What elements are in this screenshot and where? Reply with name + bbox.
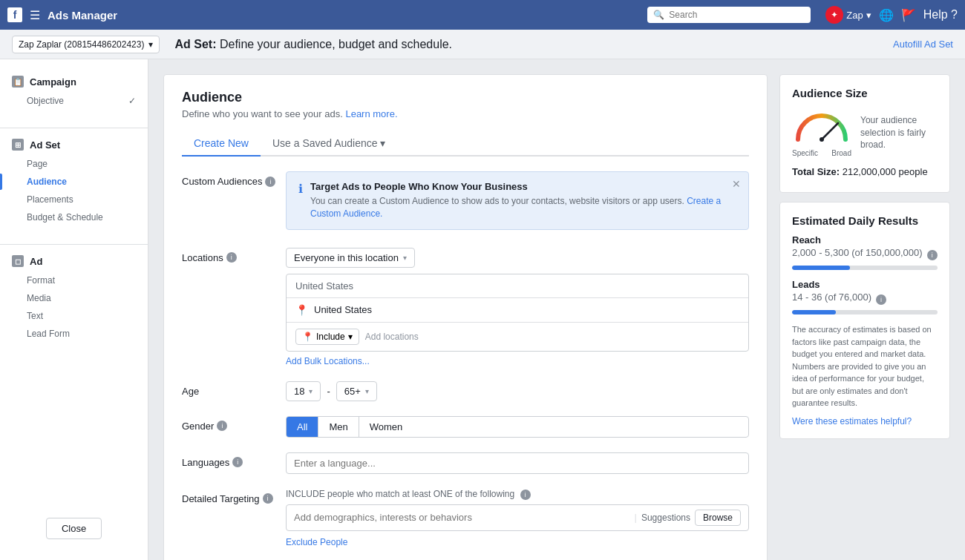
sidebar-item-budget[interactable]: Budget & Schedule — [0, 208, 148, 226]
age-min-chevron-icon: ▾ — [309, 387, 313, 395]
total-size: Total Size: 212,000,000 people — [792, 166, 938, 177]
detailed-targeting-row: Detailed Targeting i INCLUDE people who … — [182, 489, 749, 547]
adset-label: Ad Set — [30, 139, 60, 151]
close-button[interactable]: Close — [46, 518, 102, 539]
gender-info-icon[interactable]: i — [217, 421, 227, 431]
custom-audiences-row: Custom Audiences i ℹ Target Ads to Peopl… — [182, 171, 749, 233]
age-dash: - — [327, 386, 330, 397]
custom-audiences-field: ℹ Target Ads to People Who Know Your Bus… — [286, 171, 749, 233]
sidebar-adset-header: ⊞ Ad Set — [0, 134, 148, 155]
gender-men-button[interactable]: Men — [318, 417, 359, 437]
adset-icon: ⊞ — [12, 139, 24, 151]
campaign-icon: 📋 — [12, 76, 24, 88]
location-pin-icon: 📍 — [295, 304, 308, 316]
campaign-label: Campaign — [30, 76, 76, 88]
gauge-wrapper: Specific Broad — [792, 108, 851, 157]
total-label: Total Size: — [792, 166, 840, 177]
sidebar-item-objective[interactable]: Objective ✓ — [0, 92, 148, 110]
audience-card: Audience Define who you want to see your… — [163, 74, 768, 560]
include-button[interactable]: 📍 Include ▾ — [295, 329, 359, 345]
gender-group: All Men Women — [286, 416, 749, 438]
reach-bar-container — [792, 266, 938, 270]
languages-field — [286, 452, 749, 474]
facebook-logo[interactable]: f — [7, 7, 22, 22]
sidebar-item-audience[interactable]: Audience — [0, 173, 148, 191]
browse-button[interactable]: Browse — [695, 510, 741, 526]
languages-info-icon[interactable]: i — [232, 457, 243, 467]
add-bulk-locations-link[interactable]: Add Bulk Locations... — [286, 356, 749, 366]
info-box-content: Target Ads to People Who Know Your Busin… — [310, 181, 736, 220]
gender-row: Gender i All Men Women — [182, 416, 749, 438]
tab-saved-audience[interactable]: Use a Saved Audience ▾ — [261, 131, 398, 157]
exclude-people-link[interactable]: Exclude People — [286, 537, 749, 547]
sidebar-item-text[interactable]: Text — [0, 307, 148, 325]
info-box-text: You can create a Custom Audience to show… — [310, 195, 736, 220]
sidebar-item-media[interactable]: Media — [0, 289, 148, 307]
flag-icon[interactable]: 🚩 — [901, 8, 916, 22]
leads-bar — [792, 310, 836, 314]
hamburger-icon[interactable]: ☰ — [30, 8, 40, 22]
languages-input[interactable] — [286, 452, 749, 474]
audience-size-card: Audience Size — [779, 74, 950, 193]
detailed-targeting-field: INCLUDE people who match at least ONE of… — [286, 489, 749, 547]
audience-tabs: Create New Use a Saved Audience ▾ — [182, 131, 749, 157]
nav-right: ✦ Zap ▾ 🌐 🚩 Help ? — [825, 6, 958, 24]
tab-create-new[interactable]: Create New — [182, 131, 261, 157]
detailed-targeting-info-icon[interactable]: i — [263, 493, 273, 504]
info-box-close-icon[interactable]: ✕ — [732, 178, 741, 190]
svg-line-0 — [822, 123, 838, 139]
age-min-dropdown[interactable]: 18 ▾ — [286, 381, 321, 401]
estimated-results-card: Estimated Daily Results Reach 2,000 - 5,… — [779, 202, 950, 439]
gender-women-button[interactable]: Women — [359, 417, 413, 437]
page-heading-prefix: Ad Set: — [174, 38, 216, 50]
location-name: United States — [314, 304, 372, 315]
autofill-button[interactable]: Autofill Ad Set — [893, 39, 953, 50]
suggestions-link[interactable]: Suggestions — [641, 513, 690, 523]
content-area: Audience Define who you want to see your… — [148, 59, 965, 560]
globe-icon[interactable]: 🌐 — [879, 8, 894, 22]
sidebar-divider-1 — [0, 128, 148, 128]
gauge-description: Your audience selection is fairly broad. — [860, 114, 938, 151]
sidebar-section-adset: ⊞ Ad Set Page Audience Placements Budget… — [0, 134, 148, 226]
search-input[interactable] — [669, 10, 805, 20]
zap-account-btn[interactable]: ✦ Zap ▾ — [825, 6, 871, 24]
reach-value: 2,000 - 5,300 (of 150,000,000) — [792, 247, 923, 258]
zap-label: Zap — [846, 10, 863, 21]
reach-label: Reach — [792, 234, 938, 246]
age-field: 18 ▾ - 65+ ▾ — [286, 381, 749, 401]
sidebar-item-lead-form[interactable]: Lead Form — [0, 325, 148, 343]
languages-label: Languages i — [182, 452, 286, 468]
locations-field: Everyone in this location ▾ United State… — [286, 248, 749, 366]
account-label: Zap Zaplar (208154486202423) — [19, 39, 144, 50]
sidebar-item-format[interactable]: Format — [0, 271, 148, 289]
page-heading: Ad Set: Define your audience, budget and… — [174, 38, 893, 51]
leads-info-icon[interactable]: i — [876, 294, 886, 305]
learn-more-link[interactable]: Learn more. — [345, 108, 397, 119]
account-dropdown[interactable]: Zap Zaplar (208154486202423) ▾ — [12, 36, 160, 53]
targeting-include-text: INCLUDE people who match at least ONE of… — [286, 489, 749, 500]
help-icon[interactable]: Help ? — [923, 8, 958, 22]
sidebar: 📋 Campaign Objective ✓ ⊞ Ad Set Page Aud… — [0, 59, 148, 560]
ad-label: Ad — [30, 256, 42, 267]
targeting-input[interactable] — [294, 512, 630, 523]
sidebar-item-page[interactable]: Page — [0, 155, 148, 173]
locations-info-icon[interactable]: i — [226, 252, 237, 263]
custom-audiences-info-icon[interactable]: i — [265, 177, 275, 187]
helpful-link[interactable]: Were these estimates helpful? — [792, 416, 912, 426]
custom-audiences-label: Custom Audiences i — [182, 171, 286, 187]
sidebar-section-campaign: 📋 Campaign Objective ✓ — [0, 71, 148, 110]
location-actions: 📍 Include ▾ Add locations — [287, 322, 748, 351]
sidebar-item-placements[interactable]: Placements — [0, 191, 148, 208]
section-subtitle: Define who you want to see your ads. Lea… — [182, 108, 749, 119]
reach-info-icon[interactable]: i — [927, 250, 938, 260]
audience-size-title: Audience Size — [792, 87, 938, 99]
targeting-info-icon[interactable]: i — [520, 490, 531, 500]
age-max-dropdown[interactable]: 65+ ▾ — [336, 381, 377, 401]
location-dropdown-chevron-icon: ▾ — [403, 254, 407, 262]
zap-chevron-icon: ▾ — [866, 10, 871, 21]
age-selectors: 18 ▾ - 65+ ▾ — [286, 381, 749, 401]
add-locations-text[interactable]: Add locations — [365, 332, 419, 342]
account-chevron-icon: ▾ — [148, 39, 153, 50]
location-type-dropdown[interactable]: Everyone in this location ▾ — [286, 248, 415, 268]
gender-all-button[interactable]: All — [287, 417, 318, 437]
